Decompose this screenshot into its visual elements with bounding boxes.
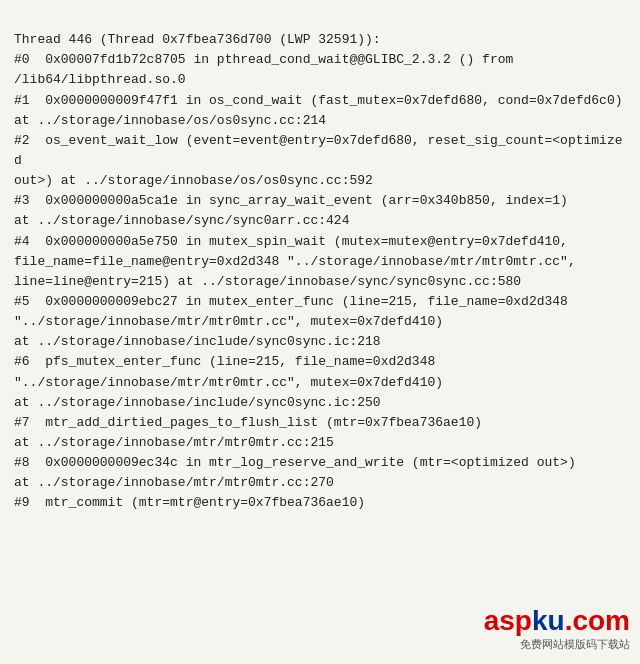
code-line: #6 pfs_mutex_enter_func (line=215, file_… xyxy=(14,352,626,372)
watermark-subtext: 免费网站模版码下载站 xyxy=(520,637,630,652)
code-line: at ../storage/innobase/include/sync0sync… xyxy=(14,393,626,413)
code-line: #0 0x00007fd1b72c8705 in pthread_cond_wa… xyxy=(14,50,626,70)
watermark-red-text: asp xyxy=(484,605,532,636)
code-line: #3 0x000000000a5ca1e in sync_array_wait_… xyxy=(14,191,626,211)
code-line: Thread 446 (Thread 0x7fbea736d700 (LWP 3… xyxy=(14,30,626,50)
watermark-blue-text: ku xyxy=(532,605,565,636)
code-line: at ../storage/innobase/mtr/mtr0mtr.cc:21… xyxy=(14,433,626,453)
code-line: "../storage/innobase/mtr/mtr0mtr.cc", mu… xyxy=(14,312,626,332)
code-line: at ../storage/innobase/os/os0sync.cc:214 xyxy=(14,111,626,131)
code-line: #8 0x0000000009ec34c in mtr_log_reserve_… xyxy=(14,453,626,473)
code-line: at ../storage/innobase/mtr/mtr0mtr.cc:27… xyxy=(14,473,626,493)
code-line: #4 0x000000000a5e750 in mutex_spin_wait … xyxy=(14,232,626,252)
code-line: #9 mtr_commit (mtr=mtr@entry=0x7fbea736a… xyxy=(14,493,626,513)
code-line: at ../storage/innobase/include/sync0sync… xyxy=(14,332,626,352)
watermark-brand: aspku.com xyxy=(484,607,630,635)
watermark-suffix: .com xyxy=(565,605,630,636)
code-line: #7 mtr_add_dirtied_pages_to_flush_list (… xyxy=(14,413,626,433)
code-line: file_name=file_name@entry=0xd2d348 "../s… xyxy=(14,252,626,272)
code-line: out>) at ../storage/innobase/os/os0sync.… xyxy=(14,171,626,191)
code-output: Thread 446 (Thread 0x7fbea736d700 (LWP 3… xyxy=(0,0,640,524)
watermark: aspku.com 免费网站模版码下载站 xyxy=(484,607,630,652)
code-line: #2 os_event_wait_low (event=event@entry=… xyxy=(14,131,626,171)
code-line: at ../storage/innobase/sync/sync0arr.cc:… xyxy=(14,211,626,231)
code-line: #1 0x0000000009f47f1 in os_cond_wait (fa… xyxy=(14,91,626,111)
code-line: line=line@entry=215) at ../storage/innob… xyxy=(14,272,626,292)
code-line: /lib64/libpthread.so.0 xyxy=(14,70,626,90)
code-line: "../storage/innobase/mtr/mtr0mtr.cc", mu… xyxy=(14,373,626,393)
code-line: #5 0x0000000009ebc27 in mutex_enter_func… xyxy=(14,292,626,312)
